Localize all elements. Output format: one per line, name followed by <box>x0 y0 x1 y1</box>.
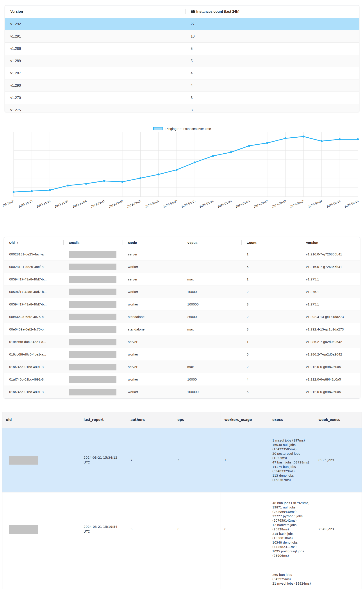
instance-row[interactable]: 00e6469a-6ef2-4c75-b...standalone250002v… <box>4 311 360 323</box>
mode-cell: worker <box>123 290 182 294</box>
redacted-email-block <box>69 339 117 345</box>
instance-row[interactable]: 00594f17-43a8-40d7-b...servermax1v1.275.… <box>4 273 360 286</box>
count-cell: 6 <box>241 352 301 356</box>
column-header-mode[interactable]: Mode <box>123 241 182 245</box>
version-row[interactable]: v1.2865 <box>5 43 359 55</box>
mode-cell: worker <box>123 265 182 269</box>
version-row[interactable]: v1.29227 <box>5 18 359 30</box>
redacted-uid-block <box>9 456 38 464</box>
execs-cell: 1 mssql jobs (197ms)16030 null jobs (164… <box>269 428 315 492</box>
report-row[interactable]: 2024-03-21 15:19:54 UTC50648 bun jobs (3… <box>2 492 362 566</box>
exec-entry: 1095 postgresql jobs (23906ms) <box>272 549 311 558</box>
version-cell: v1.292.4-13-gc1b1da273 <box>301 327 360 331</box>
report-row[interactable]: 260 bun jobs (549925ms)21 mysql jobs (19… <box>2 566 362 589</box>
redacted-email-block <box>69 276 117 283</box>
column-header-version[interactable]: Version <box>301 241 360 245</box>
version-row[interactable]: v1.2703 <box>5 92 359 104</box>
version-row[interactable]: v1.29110 <box>5 30 359 43</box>
week-execs-cell: 8925 jobs <box>315 428 362 492</box>
version-row[interactable]: v1.2895 <box>5 55 359 67</box>
column-header-count[interactable]: Count <box>241 241 301 245</box>
version-cell: v1.212.0-6-g89f42c0a5 <box>301 377 360 381</box>
instance-row[interactable]: 00594f17-43a8-40d7-b...worker1000003v1.2… <box>4 298 360 311</box>
exec-entry: 19871 null jobs (982969430ms) <box>272 505 311 514</box>
vcpus-cell: max <box>182 365 241 369</box>
column-header-emails[interactable]: Emails <box>63 241 123 245</box>
last-report-cell: 2024-03-21 15:34:12 UTC <box>80 428 127 492</box>
uid-header-label: Uid <box>9 241 15 245</box>
version-row[interactable]: v1.2753 <box>5 104 359 112</box>
version-cell: v1.212.0-6-g89f42c0a5 <box>301 365 360 369</box>
redacted-email-block <box>69 289 117 295</box>
instance-row[interactable]: 00028181-de25-4acf-a...worker5v1.216.0-7… <box>4 261 360 273</box>
instance-row[interactable]: 00028181-de25-4acf-a...server1v1.216.0-7… <box>4 248 360 261</box>
instance-row[interactable]: 01af745d-01bc-4891-8...worker100004v1.21… <box>4 373 360 386</box>
x-axis-tick-label: 2023-12-25 <box>126 199 141 208</box>
instance-row[interactable]: 00e6469a-6ef2-4c75-b...standalonemax8v1.… <box>4 323 360 336</box>
column-header-uid[interactable]: Uid↑ <box>4 241 63 245</box>
redacted-email-block <box>69 389 117 396</box>
version-cell: v1.286.2-7-ga2d0a9642 <box>301 340 360 344</box>
workers-usage-cell <box>221 566 269 589</box>
emails-cell <box>63 264 123 270</box>
column-header-version: Version <box>5 10 185 13</box>
x-axis-tick-label: 2024-03-11 <box>326 199 341 208</box>
exec-entry: 20 postgresql jobs (1052ms) <box>272 451 311 460</box>
version-row[interactable]: v1.2874 <box>5 67 359 79</box>
legend-swatch-icon <box>153 127 163 130</box>
version-cell: v1.275.1 <box>301 277 360 281</box>
instance-row[interactable]: 01af745d-01bc-4891-8...servermax2v1.212.… <box>4 361 360 373</box>
uid-cell <box>2 566 80 589</box>
instance-row[interactable]: 019cc6f8-d0c0-4be1-a...worker6v1.286.2-7… <box>4 348 360 361</box>
chart-legend[interactable]: Pinging EE instances over time <box>0 126 364 131</box>
last-report-cell: 2024-03-21 15:19:54 UTC <box>80 492 127 566</box>
column-header-uid: uid <box>2 412 80 428</box>
mode-cell: standalone <box>123 327 182 331</box>
version-cell: v1.287 <box>5 71 185 75</box>
column-header-vcpus[interactable]: Vcpus <box>182 241 241 245</box>
vcpus-cell: 100000 <box>182 390 241 394</box>
version-cell: v1.286.2-7-ga2d0a9642 <box>301 352 360 356</box>
uid-cell: 00e6469a-6ef2-4c75-b... <box>4 315 63 319</box>
uid-cell: 00594f17-43a8-40d7-b... <box>4 277 63 281</box>
vcpus-cell: 100000 <box>182 302 241 306</box>
version-table-header: Version EE Instances count (last 24h) <box>5 6 359 18</box>
uid-cell <box>2 492 80 566</box>
ops-cell <box>174 566 221 589</box>
version-cell: v1.290 <box>5 84 185 87</box>
version-cell: v1.275 <box>5 108 185 112</box>
uid-cell: 019cc6f8-d0c0-4be1-a... <box>4 352 63 356</box>
authors-cell: 5 <box>127 492 174 566</box>
count-cell: 5 <box>185 59 359 63</box>
count-cell: 5 <box>241 265 301 269</box>
instance-row[interactable]: 019cc6f8-d0c0-4be1-a...server1v1.286.2-7… <box>4 336 360 348</box>
reports-table-header: uid last_report authors ops workers_usag… <box>2 412 362 428</box>
emails-cell <box>63 351 123 358</box>
redacted-email-block <box>69 376 117 383</box>
version-row[interactable]: v1.2904 <box>5 79 359 92</box>
vcpus-cell: 10000 <box>182 290 241 294</box>
line-chart-canvas[interactable]: 2023-11-062023-11-132023-11-202023-11-27… <box>3 132 361 213</box>
version-cell: v1.289 <box>5 59 185 63</box>
week-execs-cell <box>315 566 362 589</box>
sort-ascending-icon: ↑ <box>17 241 19 245</box>
exec-entry: 10348 deno jobs (443582311ms) <box>272 540 311 549</box>
uid-cell: 00e6469a-6ef2-4c75-b... <box>4 327 63 331</box>
version-cell: v1.275.1 <box>301 302 360 306</box>
instances-table-body: 00028181-de25-4acf-a...server1v1.216.0-7… <box>4 248 360 398</box>
instance-row[interactable]: 01af745d-01bc-4891-8...worker1000006v1.2… <box>4 386 360 398</box>
exec-entry: 22727 python3 jobs (207659142ms) <box>272 514 311 523</box>
last-report-cell <box>80 566 127 589</box>
count-cell: 10 <box>185 34 359 38</box>
x-axis-tick-label: 2023-11-13 <box>18 199 33 208</box>
column-header-ops: ops <box>174 412 221 428</box>
instance-row[interactable]: 00594f17-43a8-40d7-b...worker100002v1.27… <box>4 286 360 298</box>
uid-cell: 01af745d-01bc-4891-8... <box>4 377 63 381</box>
report-row[interactable]: 2024-03-21 15:34:12 UTC7571 mssql jobs (… <box>2 428 362 492</box>
mode-cell: worker <box>123 390 182 394</box>
uid-cell: 01af745d-01bc-4891-8... <box>4 365 63 369</box>
uid-cell: 01af745d-01bc-4891-8... <box>4 390 63 394</box>
redacted-email-block <box>69 251 117 258</box>
emails-cell <box>63 289 123 295</box>
exec-entry: 48 bun jobs (387928ms) <box>272 501 309 505</box>
